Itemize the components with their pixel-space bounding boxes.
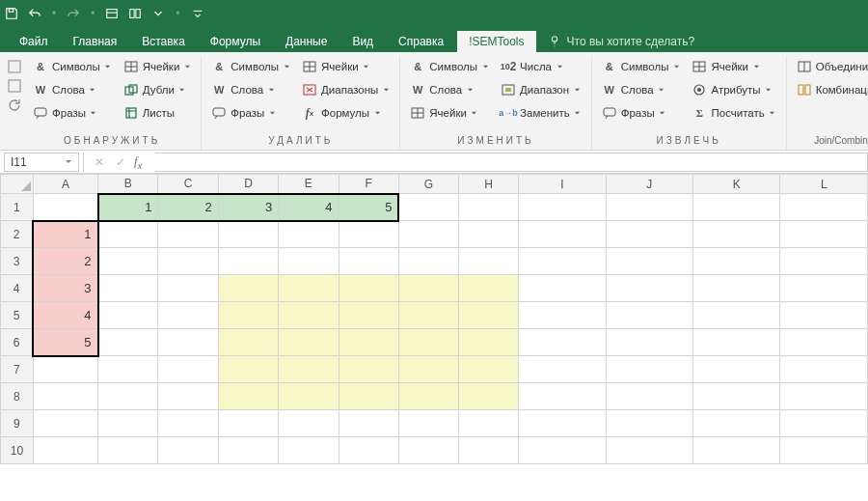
tab-home[interactable]: Главная <box>62 31 129 52</box>
save-icon[interactable] <box>4 6 19 21</box>
cell[interactable] <box>98 221 158 248</box>
tab-semtools[interactable]: !SEMTools <box>457 31 535 52</box>
change-numbers-button[interactable]: 102Числа <box>497 56 585 77</box>
cell[interactable] <box>279 248 339 275</box>
qa-tool2-icon[interactable] <box>127 6 143 21</box>
enter-icon[interactable]: ✓ <box>113 154 128 170</box>
cell[interactable] <box>339 275 398 302</box>
column-header[interactable]: B <box>98 175 158 194</box>
cell[interactable]: 4 <box>33 302 97 329</box>
cell[interactable] <box>98 248 158 275</box>
cell[interactable] <box>398 221 458 248</box>
tab-file[interactable]: Файл <box>8 31 60 52</box>
cell[interactable] <box>339 356 398 383</box>
detect-phrases-button[interactable]: Фразы <box>29 102 116 124</box>
cell[interactable] <box>780 410 868 437</box>
extract-count-button[interactable]: ΣПосчитать <box>688 102 779 124</box>
cell[interactable] <box>398 437 458 464</box>
change-symbols-button[interactable]: &Символы <box>406 56 493 77</box>
cell[interactable] <box>519 248 606 275</box>
cell[interactable] <box>98 275 158 302</box>
checkbox-icon[interactable] <box>6 58 23 75</box>
cell[interactable]: 2 <box>158 194 218 221</box>
delete-symbols-button[interactable]: &Символы <box>207 56 294 77</box>
cell[interactable] <box>33 410 97 437</box>
cell[interactable] <box>158 329 218 356</box>
formula-input[interactable] <box>155 153 868 172</box>
cell[interactable] <box>459 221 519 248</box>
cell[interactable] <box>606 410 692 437</box>
cell[interactable] <box>780 275 868 302</box>
name-box[interactable]: I11 <box>4 153 79 172</box>
cell[interactable] <box>98 437 158 464</box>
cell[interactable] <box>692 248 780 275</box>
row-header[interactable]: 4 <box>1 275 34 302</box>
cell[interactable] <box>98 383 158 410</box>
column-header[interactable]: J <box>606 175 692 194</box>
cell[interactable] <box>218 248 278 275</box>
cell[interactable] <box>606 275 692 302</box>
cell[interactable] <box>519 329 606 356</box>
cell[interactable] <box>398 383 458 410</box>
cell[interactable] <box>279 410 339 437</box>
cell[interactable] <box>218 302 278 329</box>
cell[interactable] <box>519 302 606 329</box>
row-header[interactable]: 10 <box>1 437 34 464</box>
cell[interactable] <box>398 302 458 329</box>
row-header[interactable]: 2 <box>1 221 34 248</box>
cell[interactable] <box>339 248 398 275</box>
cell[interactable] <box>279 302 339 329</box>
cell[interactable]: 3 <box>218 194 278 221</box>
cell[interactable] <box>519 410 606 437</box>
delete-words-button[interactable]: WСлова <box>207 79 294 100</box>
cell[interactable] <box>398 194 458 221</box>
cell[interactable] <box>459 410 519 437</box>
cell[interactable] <box>33 383 97 410</box>
cell[interactable] <box>33 437 97 464</box>
qa-customize-icon[interactable] <box>190 6 205 21</box>
extract-phrases-button[interactable]: Фразы <box>598 102 685 124</box>
extract-cells-button[interactable]: Ячейки <box>688 56 779 77</box>
cell[interactable] <box>33 194 97 221</box>
change-range-button[interactable]: Диапазон <box>497 79 585 100</box>
cell[interactable] <box>519 437 606 464</box>
change-words-button[interactable]: WСлова <box>406 79 493 100</box>
detect-duplicates-button[interactable]: Дубли <box>120 79 196 100</box>
column-header[interactable]: A <box>33 175 97 194</box>
cell[interactable] <box>218 410 278 437</box>
cell[interactable] <box>398 329 458 356</box>
detect-words-button[interactable]: WСлова <box>29 79 116 100</box>
delete-ranges-button[interactable]: Диапазоны <box>298 79 393 100</box>
cell[interactable] <box>519 383 606 410</box>
delete-phrases-button[interactable]: Фразы <box>207 102 294 124</box>
cell[interactable] <box>33 356 97 383</box>
cell[interactable] <box>158 437 218 464</box>
qa-dropdown-icon[interactable] <box>150 6 166 21</box>
column-header[interactable]: K <box>692 175 780 194</box>
cell[interactable] <box>98 302 158 329</box>
cell[interactable] <box>158 302 218 329</box>
cell[interactable] <box>606 302 692 329</box>
cell[interactable] <box>692 410 780 437</box>
extract-words-button[interactable]: WСлова <box>598 79 685 100</box>
cell[interactable] <box>218 221 278 248</box>
join-combos-button[interactable]: Комбинации <box>793 79 868 100</box>
change-cells-button[interactable]: Ячейки <box>406 102 493 124</box>
cell[interactable]: 2 <box>33 248 97 275</box>
extract-symbols-button[interactable]: &Символы <box>598 56 685 77</box>
cell[interactable] <box>606 356 692 383</box>
cell[interactable] <box>158 383 218 410</box>
cell[interactable] <box>218 437 278 464</box>
cell[interactable] <box>780 302 868 329</box>
row-header[interactable]: 3 <box>1 248 34 275</box>
cell[interactable] <box>606 221 692 248</box>
column-header[interactable]: F <box>339 175 398 194</box>
cell[interactable] <box>519 275 606 302</box>
cell[interactable] <box>98 356 158 383</box>
delete-cells-button[interactable]: Ячейки <box>298 56 393 77</box>
cell[interactable] <box>692 356 780 383</box>
cell[interactable] <box>158 410 218 437</box>
select-all-corner[interactable] <box>1 175 34 194</box>
cell[interactable] <box>158 221 218 248</box>
cell[interactable] <box>218 329 278 356</box>
